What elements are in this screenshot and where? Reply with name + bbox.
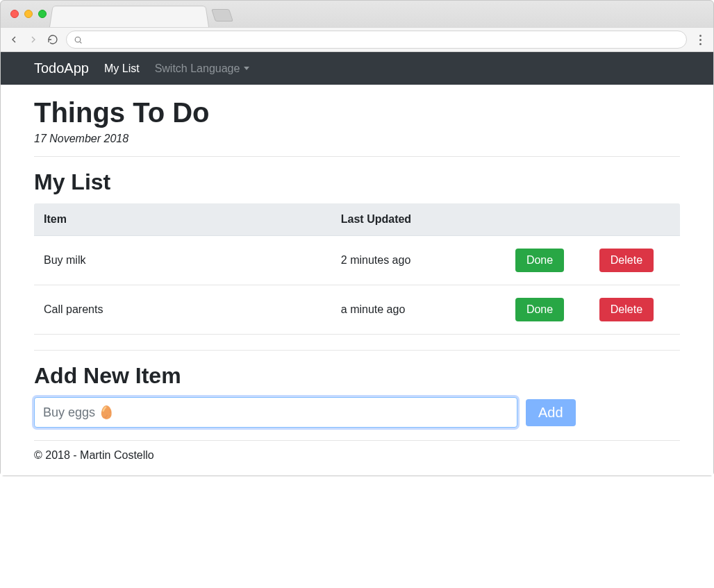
app-navbar: TodoApp My List Switch Language [1,52,713,85]
tab-strip [1,1,713,27]
new-item-input[interactable] [34,397,517,428]
chevron-down-icon [244,67,249,70]
browser-toolbar [1,27,713,52]
browser-menu-button[interactable] [694,35,706,45]
page-content: TodoApp My List Switch Language Things T… [1,52,713,476]
col-header-done [506,203,590,236]
cell-item: Buy milk [34,236,331,285]
nav-dropdown-label: Switch Language [155,62,240,75]
delete-button[interactable]: Delete [599,298,654,321]
col-header-delete [590,203,680,236]
address-bar[interactable] [66,31,687,49]
reload-button[interactable] [47,33,59,46]
svg-line-1 [80,42,81,43]
search-icon [74,35,83,44]
done-button[interactable]: Done [515,249,564,272]
window-controls [10,10,47,18]
footer-text: © 2018 - Martin Costello [34,449,680,462]
add-item-form: Add [34,397,680,428]
page-title: Things To Do [34,97,680,128]
forward-button[interactable] [27,33,40,46]
maximize-window-icon[interactable] [38,10,47,18]
cell-item: Call parents [34,285,331,335]
delete-button[interactable]: Delete [599,249,654,272]
section-heading-my-list: My List [34,169,680,195]
minimize-window-icon[interactable] [24,10,33,18]
cell-updated: 2 minutes ago [331,236,506,285]
close-window-icon[interactable] [10,10,19,18]
done-button[interactable]: Done [515,298,564,321]
divider [34,350,680,351]
col-header-item: Item [34,203,331,236]
nav-link-my-list[interactable]: My List [104,62,140,75]
new-tab-button[interactable] [211,9,233,22]
brand[interactable]: TodoApp [34,60,89,76]
back-button[interactable] [8,33,20,46]
table-row: Call parents a minute ago Done Delete [34,285,680,335]
todo-table: Item Last Updated Buy milk 2 minutes ago… [34,203,680,335]
page-date: 17 November 2018 [34,133,680,145]
section-heading-add: Add New Item [34,363,680,389]
col-header-updated: Last Updated [331,203,506,236]
svg-point-0 [75,37,81,42]
add-button[interactable]: Add [526,399,576,426]
browser-tab[interactable] [49,6,209,27]
divider [34,440,680,441]
divider [34,156,680,157]
browser-window: TodoApp My List Switch Language Things T… [0,0,714,476]
cell-updated: a minute ago [331,285,506,335]
table-row: Buy milk 2 minutes ago Done Delete [34,236,680,285]
nav-dropdown-switch-language[interactable]: Switch Language [155,62,250,75]
